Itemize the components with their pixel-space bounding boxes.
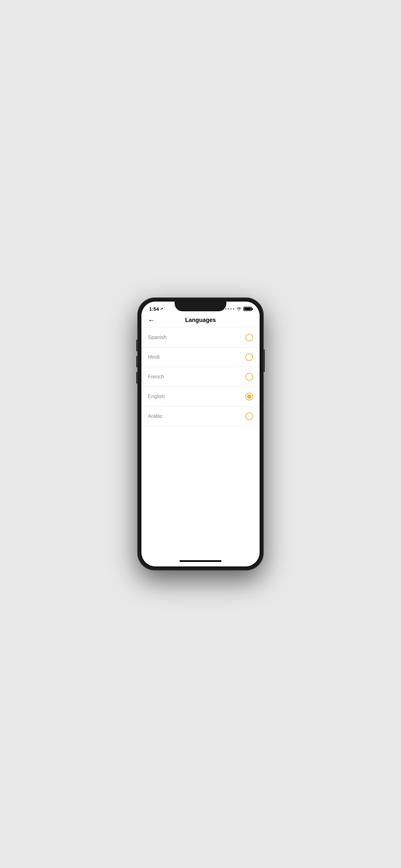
language-list: Spanish Hindi French English (142, 328, 259, 426)
back-arrow-icon: ← (148, 316, 155, 324)
status-time: 1:54 ↗ (149, 306, 163, 312)
language-name-hindi: Hindi (148, 354, 159, 360)
language-content: Spanish Hindi French English (142, 328, 259, 555)
language-name-arabic: Arabic (148, 413, 162, 419)
language-name-english: English (148, 394, 165, 399)
language-name-spanish: Spanish (148, 335, 166, 340)
page-title: Languages (185, 317, 216, 323)
language-item-french[interactable]: French (142, 367, 259, 387)
location-icon: ↗ (160, 307, 163, 311)
radio-arabic[interactable] (245, 412, 253, 420)
radio-spanish[interactable] (245, 334, 253, 341)
radio-french[interactable] (245, 373, 253, 381)
battery-fill (244, 308, 251, 310)
signal-dot-1 (225, 308, 227, 310)
battery-icon (243, 307, 252, 311)
notch (175, 302, 226, 311)
back-button[interactable]: ← (148, 317, 155, 324)
phone-frame: 1:54 ↗ (137, 298, 264, 570)
home-indicator (142, 555, 259, 566)
signal-dot-2 (227, 308, 229, 310)
language-name-french: French (148, 374, 164, 380)
nav-header: ← Languages (142, 314, 259, 328)
wifi-icon (236, 306, 242, 312)
language-item-hindi[interactable]: Hindi (142, 347, 259, 367)
signal-icon (225, 308, 235, 310)
status-icons (225, 306, 252, 312)
signal-dot-3 (230, 308, 232, 310)
radio-english[interactable] (245, 393, 253, 400)
language-item-english[interactable]: English (142, 387, 259, 407)
language-item-spanish[interactable]: Spanish (142, 328, 259, 347)
time-display: 1:54 (149, 306, 159, 312)
radio-hindi[interactable] (245, 353, 253, 361)
home-bar (180, 560, 221, 562)
phone-screen: 1:54 ↗ (142, 302, 259, 566)
signal-dot-4 (233, 308, 235, 310)
language-item-arabic[interactable]: Arabic (142, 407, 259, 426)
